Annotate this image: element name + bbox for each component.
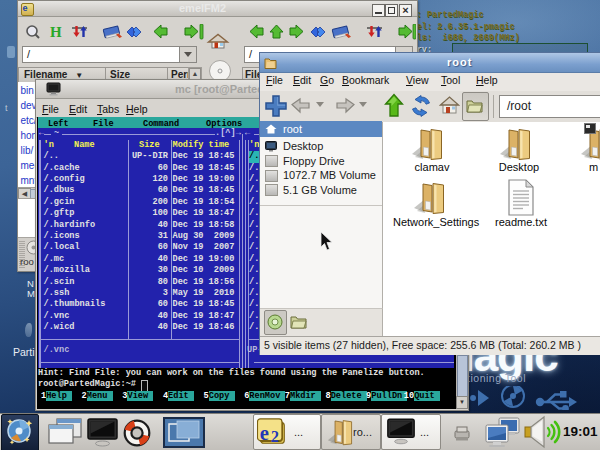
svg-text:H: H xyxy=(50,24,62,40)
svg-text:e: e xyxy=(260,422,269,444)
svg-text:2: 2 xyxy=(271,428,279,445)
